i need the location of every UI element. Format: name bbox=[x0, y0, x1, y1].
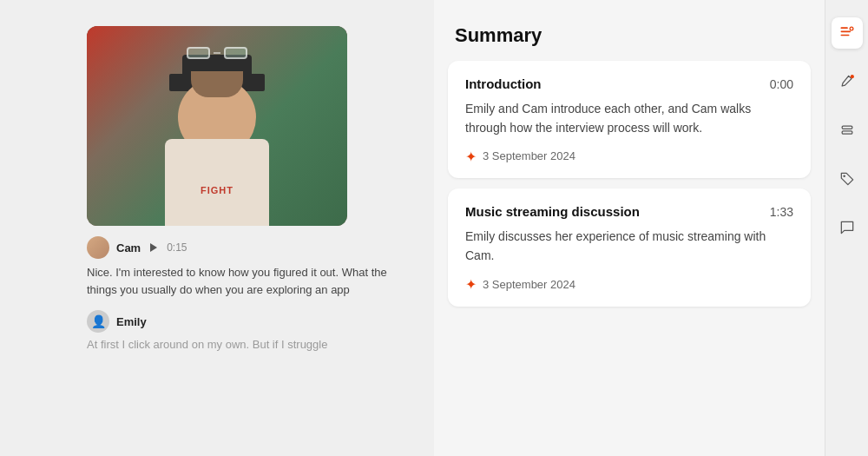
plus-icon-introduction: ✦ bbox=[465, 150, 477, 162]
cam-transcript-text: Nice. I'm interested to know how you fig… bbox=[87, 264, 417, 298]
card-time-introduction: 0:00 bbox=[770, 77, 793, 91]
icon-sidebar bbox=[825, 0, 868, 456]
card-date-introduction: 3 September 2024 bbox=[483, 149, 575, 162]
svg-rect-1 bbox=[840, 31, 851, 33]
svg-rect-2 bbox=[840, 35, 849, 36]
glass-bridge bbox=[214, 52, 220, 54]
left-panel: FIGHT Cam 0:15 Nice. I'm interested to k… bbox=[0, 0, 434, 456]
shirt-text: FIGHT bbox=[201, 185, 233, 195]
svg-rect-7 bbox=[842, 131, 852, 134]
person-beard bbox=[191, 71, 243, 97]
glass-left bbox=[187, 47, 210, 59]
tag-icon-button[interactable] bbox=[832, 163, 863, 195]
play-triangle bbox=[150, 243, 157, 252]
card-header-music: Music streaming discussion 1:33 bbox=[465, 204, 793, 219]
summary-title: Summary bbox=[434, 0, 825, 61]
emily-avatar: 👤 bbox=[87, 310, 109, 333]
svg-point-4 bbox=[850, 28, 852, 30]
card-time-music: 1:33 bbox=[770, 205, 793, 219]
summary-panel: Summary Introduction 0:00 Emily and Cam … bbox=[434, 0, 825, 456]
edit-icon bbox=[838, 73, 856, 90]
transcript-area: Cam 0:15 Nice. I'm interested to know ho… bbox=[0, 226, 434, 354]
speaker-row-emily: 👤 Emily bbox=[87, 310, 417, 333]
cam-name: Cam bbox=[116, 241, 141, 254]
list-icon bbox=[838, 24, 856, 42]
card-date-music: 3 September 2024 bbox=[483, 278, 575, 291]
card-date-row-introduction: ✦ 3 September 2024 bbox=[465, 149, 793, 162]
tag-icon bbox=[838, 170, 856, 188]
glass-right bbox=[224, 47, 247, 59]
comment-icon bbox=[838, 219, 856, 236]
fade-overlay bbox=[0, 404, 434, 456]
comment-icon-button[interactable] bbox=[832, 212, 863, 243]
cam-avatar-img bbox=[87, 236, 109, 259]
list-icon-button[interactable] bbox=[832, 17, 863, 49]
card-header-introduction: Introduction 0:00 bbox=[465, 76, 793, 91]
card-desc-introduction: Emily and Cam introduce each other, and … bbox=[465, 100, 793, 137]
speaker-row-cam: Cam 0:15 bbox=[87, 236, 417, 259]
emily-name: Emily bbox=[116, 315, 147, 328]
cam-timestamp: 0:15 bbox=[167, 241, 187, 254]
emily-transcript-text: At first I click around on my own. But i… bbox=[87, 336, 417, 354]
cam-avatar bbox=[87, 236, 109, 259]
card-desc-music: Emily discusses her experience of music … bbox=[465, 228, 793, 265]
layers-icon-button[interactable] bbox=[832, 115, 863, 146]
svg-rect-6 bbox=[842, 126, 852, 129]
summary-card-music: Music streaming discussion 1:33 Emily di… bbox=[448, 188, 811, 306]
svg-point-8 bbox=[843, 175, 845, 177]
svg-rect-0 bbox=[840, 27, 847, 29]
emily-avatar-icon: 👤 bbox=[91, 314, 106, 328]
card-date-row-music: ✦ 3 September 2024 bbox=[465, 278, 793, 291]
plus-icon-music: ✦ bbox=[465, 278, 477, 290]
svg-point-5 bbox=[850, 75, 853, 78]
card-title-introduction: Introduction bbox=[465, 76, 541, 91]
summary-card-introduction: Introduction 0:00 Emily and Cam introduc… bbox=[448, 61, 811, 178]
layers-icon bbox=[838, 122, 856, 139]
play-icon[interactable] bbox=[148, 241, 160, 254]
video-container: FIGHT bbox=[87, 26, 347, 226]
edit-icon-button[interactable] bbox=[832, 66, 863, 97]
person-body: FIGHT bbox=[165, 139, 269, 226]
person-glasses bbox=[187, 47, 247, 59]
card-title-music: Music streaming discussion bbox=[465, 204, 640, 219]
